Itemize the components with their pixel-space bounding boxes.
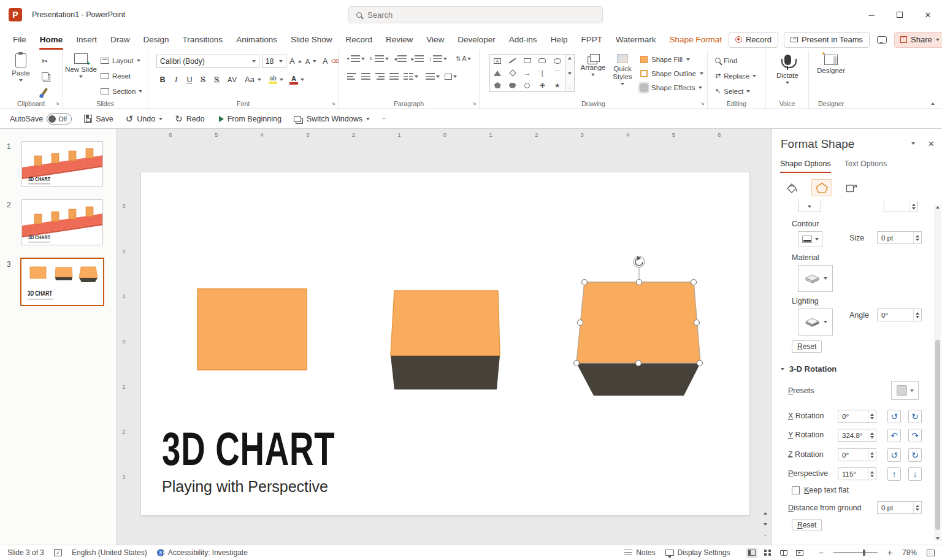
perspective-spinner[interactable]: 115° <box>838 467 876 480</box>
hexagon-shape-icon[interactable] <box>509 83 516 88</box>
gallery-scroll-up-icon[interactable] <box>568 57 572 59</box>
align-right-button[interactable] <box>375 73 385 80</box>
size-properties-options-icon[interactable] <box>841 179 862 196</box>
scroll-down-icon[interactable] <box>936 537 940 540</box>
tab-animations[interactable]: Animations <box>229 29 284 50</box>
font-dialog-launcher-icon[interactable]: ↘ <box>331 101 335 106</box>
handle-top-left[interactable] <box>582 280 588 285</box>
3d-rotation-section-header[interactable]: 3-D Rotation <box>781 364 837 374</box>
clear-formatting-button[interactable]: A⌫ <box>323 55 339 67</box>
character-spacing-button[interactable]: AV <box>223 73 242 86</box>
line-shape-icon[interactable] <box>509 58 516 64</box>
font-color-button[interactable]: A <box>287 73 301 86</box>
contour-color-dropdown[interactable] <box>798 231 822 247</box>
collapse-ribbon-icon[interactable] <box>931 102 935 105</box>
slide-thumbnail-1[interactable]: 3D CHART <box>21 141 103 187</box>
text-box-shape-icon[interactable]: A <box>494 58 501 64</box>
accessibility-checker[interactable]: ♿Accessibility: Investigate <box>157 548 248 557</box>
maximize-button[interactable] <box>886 0 914 29</box>
undo-button[interactable]: ↺Undo <box>126 114 163 123</box>
handle-middle-right[interactable] <box>694 320 700 326</box>
present-in-teams-button[interactable]: Present in Teams <box>784 32 870 48</box>
autosave-toggle[interactable]: AutoSave Off <box>10 113 72 125</box>
presets-dropdown[interactable] <box>891 381 919 400</box>
dictate-button[interactable]: Dictate <box>772 53 803 84</box>
x-rotate-left-button[interactable]: ↺ <box>887 410 901 423</box>
bullets-button[interactable]: • <box>347 55 365 62</box>
zoom-in-button[interactable]: + <box>887 548 892 558</box>
cross-shape-icon[interactable]: ✚ <box>535 79 550 91</box>
text-shadow-button[interactable]: S <box>210 73 223 86</box>
spin-down-icon[interactable] <box>870 475 874 477</box>
shape-gallery[interactable]: A → { ⌒ ✚ ★ <box>489 54 565 92</box>
increase-indent-button[interactable]: ▸ <box>412 55 424 62</box>
notes-button[interactable]: Notes <box>624 548 655 557</box>
previous-slide-button[interactable] <box>761 509 770 518</box>
scrollbar-thumb[interactable] <box>935 340 940 530</box>
spin-down-icon[interactable] <box>870 456 874 458</box>
customize-qat-button[interactable] <box>382 118 386 120</box>
spin-down-icon[interactable] <box>916 239 919 241</box>
slide-sorter-view-button[interactable] <box>762 548 773 558</box>
paragraph-dialog-launcher-icon[interactable]: ↘ <box>472 101 477 106</box>
scrolled-partial-dropdown[interactable] <box>798 201 821 212</box>
tab-help[interactable]: Help <box>544 29 575 50</box>
copy-button[interactable] <box>38 69 52 83</box>
line-spacing-button[interactable]: ↕ <box>429 55 447 62</box>
y-rotation-spinner[interactable]: 324.8° <box>838 429 876 442</box>
save-button[interactable]: Save <box>84 115 113 123</box>
perspective-widen-button[interactable]: ↓ <box>908 467 922 481</box>
scrolled-partial-spinner[interactable] <box>884 201 918 212</box>
pentagon-shape-icon[interactable] <box>494 82 501 88</box>
align-text-button[interactable] <box>426 73 440 80</box>
y-rotate-up-button[interactable]: ↶ <box>887 429 901 442</box>
shape-fill-button[interactable]: Shape Fill <box>640 56 690 63</box>
spin-up-icon[interactable] <box>916 505 919 507</box>
spin-down-icon[interactable] <box>916 316 919 318</box>
search-box[interactable] <box>348 6 603 23</box>
comments-button[interactable] <box>875 33 889 47</box>
redo-button[interactable]: ↻Redo <box>175 114 204 123</box>
horizontal-ruler[interactable]: 6543210123456 <box>167 131 722 138</box>
effects-options-icon[interactable] <box>811 179 832 196</box>
find-button[interactable]: Find <box>715 54 737 67</box>
tab-developer[interactable]: Developer <box>451 29 502 50</box>
shape-trapezoid-selected[interactable] <box>576 282 700 396</box>
contour-size-spinner[interactable]: 0 pt <box>877 231 922 244</box>
paste-button[interactable]: Paste <box>6 53 36 82</box>
normal-view-button[interactable] <box>746 548 757 558</box>
handle-top-middle[interactable] <box>637 280 642 285</box>
increase-font-button[interactable]: A <box>289 55 302 67</box>
bold-button[interactable]: B <box>156 73 169 86</box>
align-left-button[interactable] <box>347 73 356 80</box>
italic-button[interactable]: I <box>169 73 183 86</box>
highlight-color-button[interactable]: ab <box>266 73 280 86</box>
shape-effects-button[interactable]: Shape Effects <box>640 84 702 91</box>
change-case-button[interactable]: Aa <box>242 73 258 86</box>
shape-outline-button[interactable]: Shape Outline <box>640 70 703 77</box>
tab-record[interactable]: Record <box>339 29 379 50</box>
display-settings-button[interactable]: Display Settings <box>665 548 730 557</box>
section-button[interactable]: Section <box>101 85 142 98</box>
tab-design[interactable]: Design <box>137 29 176 50</box>
lighting-dropdown[interactable] <box>798 309 833 336</box>
tab-home[interactable]: Home <box>33 29 70 50</box>
powerpoint-logo-icon[interactable]: P <box>9 8 22 21</box>
record-button[interactable]: Record <box>729 32 778 48</box>
font-size-combo[interactable]: 18 <box>262 55 286 68</box>
oval-shape-icon[interactable] <box>554 58 561 64</box>
tab-shape-options[interactable]: Shape Options <box>780 159 831 173</box>
columns-button[interactable] <box>404 73 418 80</box>
spin-up-icon[interactable] <box>870 471 874 474</box>
decrease-font-button[interactable]: A <box>305 55 316 67</box>
rounded-rectangle-shape-icon[interactable] <box>538 58 546 63</box>
switch-windows-button[interactable]: Switch Windows <box>294 115 370 123</box>
slide-canvas[interactable]: 3D CHART Playing with Perspective <box>141 172 749 515</box>
gallery-scroll-down-icon[interactable] <box>568 72 572 75</box>
strikethrough-button[interactable]: S <box>196 73 210 86</box>
lighting-angle-spinner[interactable]: 0° <box>877 309 922 321</box>
font-name-combo[interactable]: Calibri (Body) <box>156 55 259 68</box>
cut-button[interactable]: ✂ <box>38 54 52 67</box>
spell-check-button[interactable]: ✓ <box>54 549 62 556</box>
undo-dropdown-icon[interactable] <box>159 118 163 120</box>
